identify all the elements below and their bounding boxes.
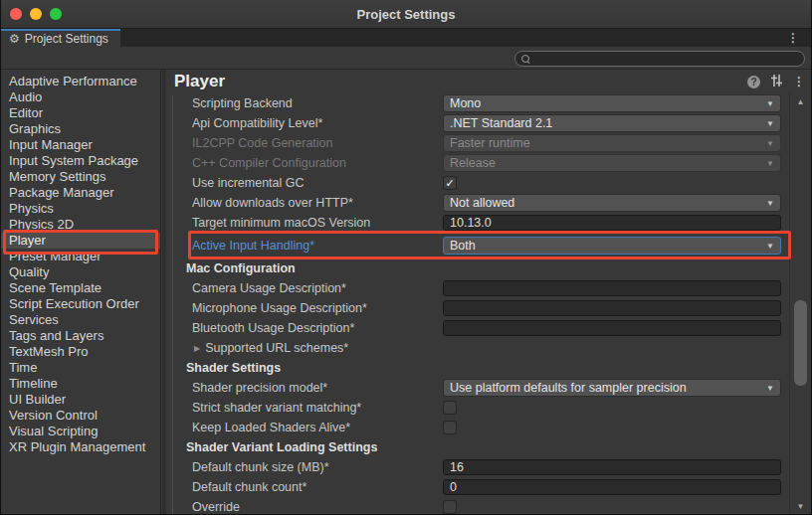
- content-header: Player ? ⋮: [166, 70, 811, 93]
- sidebar-item-audio[interactable]: Audio: [1, 89, 160, 105]
- chevron-down-icon: ▼: [766, 384, 774, 393]
- sidebar-item-package-manager[interactable]: Package Manager: [1, 185, 160, 201]
- panel-kebab-menu-icon[interactable]: ⋮: [793, 75, 805, 88]
- settings-sidebar: Adaptive PerformanceAudioEditorGraphicsI…: [1, 70, 161, 514]
- sidebar-item-memory-settings[interactable]: Memory Settings: [1, 169, 160, 185]
- camera-usage-description-field[interactable]: [443, 280, 781, 296]
- setting-label: Override: [166, 500, 443, 514]
- scripting-backend-dropdown[interactable]: Mono▼: [443, 94, 781, 112]
- setting-row-microphone-usage-description: Microphone Usage Description*: [166, 298, 781, 318]
- foldout-supported-url-schemes[interactable]: ▶Supported URL schemes*: [166, 338, 781, 358]
- preset-sliders-icon[interactable]: [770, 73, 783, 90]
- search-icon: [521, 55, 530, 64]
- sidebar-item-ui-builder[interactable]: UI Builder: [1, 392, 160, 408]
- active-input-handling-dropdown[interactable]: Both▼: [443, 237, 781, 255]
- sidebar-item-adaptive-performance[interactable]: Adaptive Performance: [1, 74, 160, 89]
- section-header-mac-configuration: Mac Configuration: [166, 258, 781, 278]
- setting-row-camera-usage-description: Camera Usage Description*: [166, 278, 781, 298]
- zoom-button[interactable]: [50, 8, 62, 20]
- vertical-scrollbar[interactable]: ▲ ▼: [789, 93, 811, 514]
- sidebar-item-preset-manager[interactable]: Preset Manager: [1, 249, 160, 264]
- sidebar-item-time[interactable]: Time: [1, 360, 160, 376]
- setting-label: Scripting Backend: [166, 96, 443, 110]
- tabbar-kebab-menu-icon[interactable]: ⋮: [787, 30, 799, 46]
- setting-label: Keep Loaded Shaders Alive*: [166, 421, 443, 434]
- setting-label: Allow downloads over HTTP*: [166, 196, 443, 210]
- setting-label: Microphone Usage Description*: [166, 301, 443, 315]
- setting-label: Default chunk size (MB)*: [166, 460, 443, 474]
- tab-project-settings[interactable]: ⚙ Project Settings: [1, 29, 120, 47]
- dropdown-value: Mono: [450, 96, 762, 110]
- foldout-label: Supported URL schemes*: [205, 341, 348, 355]
- setting-row-c-compiler-configuration: C++ Compiler ConfigurationRelease▼: [166, 153, 781, 173]
- setting-row-default-chunk-size-mb: Default chunk size (MB)*16: [166, 457, 781, 477]
- sidebar-item-editor[interactable]: Editor: [1, 105, 160, 121]
- strict-shader-variant-matching-checkbox[interactable]: [443, 401, 457, 415]
- scroll-up-icon[interactable]: ▲: [790, 97, 811, 106]
- sidebar-item-xr-plugin-management[interactable]: XR Plugin Management: [1, 439, 160, 455]
- close-button[interactable]: [10, 8, 22, 20]
- sidebar-item-player[interactable]: Player: [1, 233, 160, 249]
- chevron-down-icon: ▼: [766, 119, 774, 128]
- tab-bar: ⚙ Project Settings ⋮: [1, 29, 811, 47]
- dropdown-value: Both: [450, 239, 762, 253]
- sidebar-item-services[interactable]: Services: [1, 312, 160, 328]
- settings-rows: Scripting BackendMono▼Api Compatibility …: [166, 93, 781, 514]
- toolbar: [1, 47, 811, 70]
- setting-label: Bluetooth Usage Description*: [166, 321, 443, 335]
- sidebar-item-input-manager[interactable]: Input Manager: [1, 137, 160, 153]
- search-input[interactable]: [534, 53, 783, 65]
- tab-label: Project Settings: [25, 32, 108, 46]
- override-checkbox[interactable]: [443, 500, 457, 514]
- setting-label: Strict shader variant matching*: [166, 401, 443, 415]
- setting-row-il2cpp-code-generation: IL2CPP Code GenerationFaster runtime▼: [166, 133, 781, 153]
- sidebar-item-textmesh-pro[interactable]: TextMesh Pro: [1, 344, 160, 360]
- default-chunk-size-mb-field[interactable]: 16: [443, 459, 781, 475]
- keep-loaded-shaders-alive-checkbox[interactable]: [443, 421, 457, 434]
- use-incremental-gc-checkbox[interactable]: ✓: [443, 176, 457, 190]
- search-field[interactable]: [514, 51, 805, 67]
- setting-row-strict-shader-variant-matching: Strict shader variant matching*: [166, 398, 781, 418]
- dropdown-value: Not allowed: [450, 196, 762, 210]
- gear-icon: ⚙: [9, 32, 20, 46]
- sidebar-item-script-execution-order[interactable]: Script Execution Order: [1, 296, 160, 312]
- il2cpp-code-generation-dropdown: Faster runtime▼: [443, 134, 781, 152]
- sidebar-item-version-control[interactable]: Version Control: [1, 408, 160, 424]
- setting-label: Default chunk count*: [166, 480, 443, 494]
- bluetooth-usage-description-field[interactable]: [443, 320, 781, 336]
- traffic-lights: [10, 8, 62, 20]
- sidebar-item-tags-and-layers[interactable]: Tags and Layers: [1, 328, 160, 344]
- help-icon[interactable]: ?: [747, 76, 760, 88]
- chevron-down-icon: ▼: [766, 159, 774, 168]
- api-compatibility-level-dropdown[interactable]: .NET Standard 2.1▼: [443, 114, 781, 132]
- setting-label: Target minimum macOS Version: [166, 216, 443, 230]
- player-settings-panel: Player ? ⋮ Scripting BackendMono▼Api Com…: [166, 70, 811, 514]
- sidebar-item-graphics[interactable]: Graphics: [1, 121, 160, 137]
- shader-precision-model-dropdown[interactable]: Use platform defaults for sampler precis…: [443, 379, 781, 397]
- setting-label: Api Compatibility Level*: [166, 116, 443, 130]
- sidebar-item-quality[interactable]: Quality: [1, 264, 160, 280]
- chevron-down-icon: ▼: [766, 199, 774, 208]
- sidebar-item-visual-scripting[interactable]: Visual Scripting: [1, 424, 160, 439]
- scrollbar-thumb[interactable]: [794, 300, 807, 386]
- target-minimum-macos-version-field[interactable]: 10.13.0: [443, 215, 781, 231]
- minimize-button[interactable]: [30, 8, 42, 20]
- dropdown-value: .NET Standard 2.1: [450, 116, 762, 130]
- sidebar-item-physics-2d[interactable]: Physics 2D: [1, 217, 160, 233]
- setting-row-target-minimum-macos-version: Target minimum macOS Version10.13.0: [166, 213, 781, 233]
- dropdown-value: Release: [450, 156, 762, 170]
- foldout-arrow-icon[interactable]: ▶: [194, 344, 200, 353]
- sidebar-item-timeline[interactable]: Timeline: [1, 376, 160, 392]
- setting-label: C++ Compiler Configuration: [166, 156, 443, 170]
- setting-label: Use incremental GC: [166, 176, 443, 190]
- sidebar-item-physics[interactable]: Physics: [1, 201, 160, 217]
- sidebar-item-scene-template[interactable]: Scene Template: [1, 280, 160, 296]
- chevron-down-icon: ▼: [766, 139, 774, 148]
- scroll-down-icon[interactable]: ▼: [790, 502, 811, 511]
- allow-downloads-over-http-dropdown[interactable]: Not allowed▼: [443, 194, 781, 212]
- setting-row-scripting-backend: Scripting BackendMono▼: [166, 93, 781, 113]
- default-chunk-count-field[interactable]: 0: [443, 479, 781, 495]
- sidebar-item-input-system-package[interactable]: Input System Package: [1, 153, 160, 169]
- c-compiler-configuration-dropdown: Release▼: [443, 154, 781, 172]
- microphone-usage-description-field[interactable]: [443, 300, 781, 316]
